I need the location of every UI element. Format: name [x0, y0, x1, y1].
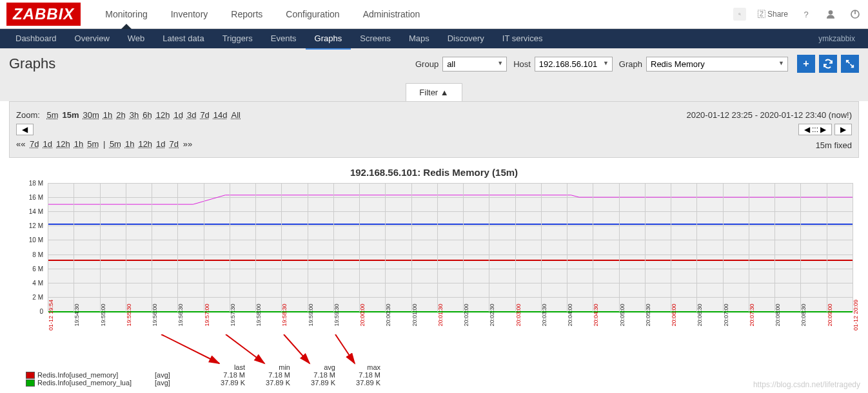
quick-back-1d[interactable]: 1d [43, 139, 52, 149]
top-nav-inventory[interactable]: Inventory [159, 0, 220, 28]
y-tick: 12 M [29, 222, 43, 229]
page-title: Graphs [9, 55, 415, 72]
y-tick: 0 [39, 308, 43, 315]
x-tick: 19:59:00 [308, 303, 314, 326]
zoom-7d[interactable]: 7d [200, 110, 209, 120]
sub-nav-it-services[interactable]: IT services [493, 28, 552, 50]
chart-title: 192.168.56.101: Redis Memory (15m) [9, 167, 859, 178]
quick-fwd-anchor: »» [183, 139, 192, 149]
host-select[interactable]: 192.168.56.101 [535, 57, 613, 72]
sub-nav-discovery[interactable]: Discovery [439, 28, 493, 50]
legend-col-min: min [245, 363, 290, 371]
x-tick: 20:02:30 [489, 303, 495, 326]
top-nav-reports[interactable]: Reports [219, 0, 274, 28]
page-header: Graphs Group all Host 192.168.56.101 Gra… [0, 48, 868, 79]
quick-back-12h[interactable]: 12h [56, 139, 70, 149]
sub-nav-web[interactable]: Web [119, 28, 154, 50]
top-bar: ZABBIX MonitoringInventoryReportsConfigu… [0, 0, 868, 29]
x-tick: 19:58:30 [281, 303, 288, 326]
user-icon[interactable] [824, 8, 837, 21]
group-label: Group [415, 59, 439, 69]
sub-nav-overview[interactable]: Overview [66, 28, 119, 50]
scroll-dots-button[interactable]: ◀ ::: ▶ [798, 124, 833, 135]
x-tick: 20:03:00 [515, 303, 522, 326]
zoom-3d[interactable]: 3d [187, 110, 196, 120]
x-tick: 20:06:30 [696, 303, 703, 326]
quick-back-1h[interactable]: 1h [74, 139, 83, 149]
sub-nav-screens[interactable]: Screens [351, 28, 400, 50]
scroll-right-button[interactable]: ▶ [834, 124, 852, 135]
sub-nav-graphs[interactable]: Graphs [306, 28, 351, 50]
graph-label: Graph [619, 59, 642, 69]
zoom-14d[interactable]: 14d [213, 110, 228, 120]
x-tick: 19:59:30 [333, 303, 340, 326]
quick-back-7d[interactable]: 7d [30, 139, 39, 149]
x-tick: 20:09:00 [827, 303, 833, 326]
help-icon[interactable]: ? [800, 8, 813, 21]
zoom-2h[interactable]: 2h [116, 110, 125, 120]
x-tick: 20:04:30 [593, 303, 599, 326]
y-tick: 16 M [29, 194, 43, 201]
x-tick: 19:57:30 [230, 303, 236, 326]
filter-toggle[interactable]: Filter ▲ [406, 83, 462, 101]
zoom-All[interactable]: All [232, 110, 241, 120]
y-tick: 2 M [32, 293, 43, 300]
sub-nav-events[interactable]: Events [262, 28, 306, 50]
svg-point-2 [829, 10, 833, 15]
fullscreen-button[interactable] [841, 55, 859, 73]
x-tick: 20:08:30 [800, 303, 807, 326]
username-label: ymkzabbix [818, 34, 862, 43]
top-nav: MonitoringInventoryReportsConfigurationA… [94, 0, 733, 28]
search-icon[interactable] [733, 8, 746, 21]
x-tick: 19:55:30 [126, 303, 132, 326]
y-tick: 18 M [29, 180, 43, 187]
zoom-3h[interactable]: 3h [130, 110, 139, 120]
x-tick: 20:07:00 [723, 303, 729, 326]
quick-back-5m[interactable]: 5m [87, 139, 99, 149]
x-tick: 20:07:30 [749, 303, 755, 326]
refresh-button[interactable] [819, 55, 837, 73]
quick-fwd-12h[interactable]: 12h [138, 139, 152, 149]
x-tick: 20:06:00 [671, 303, 677, 326]
quick-fwd-5m[interactable]: 5m [110, 139, 121, 149]
watermark: https://blog.csdn.net/lifetragedy [753, 380, 860, 389]
group-select[interactable]: all [442, 57, 507, 72]
top-nav-administration[interactable]: Administration [351, 0, 432, 28]
chart-legend: last min avg max Redis.Info[used_memory]… [26, 363, 859, 387]
quick-fwd-7d[interactable]: 7d [170, 139, 179, 149]
quick-fwd-1h[interactable]: 1h [125, 139, 134, 149]
y-tick: 8 M [32, 251, 43, 258]
zoom-15m[interactable]: 15m [63, 110, 79, 120]
top-nav-monitoring[interactable]: Monitoring [94, 0, 159, 28]
x-tick: 01-12 20:09 [853, 300, 859, 331]
graph-select[interactable]: Redis Memory [646, 57, 788, 72]
zoom-12h[interactable]: 12h [156, 110, 170, 120]
display-mode: 15m fixed [816, 140, 852, 150]
sub-nav-maps[interactable]: Maps [400, 28, 439, 50]
zoom-1d[interactable]: 1d [173, 110, 182, 120]
x-tick: 20:01:00 [411, 303, 418, 326]
sub-nav-triggers[interactable]: Triggers [213, 28, 262, 50]
x-tick: 20:02:00 [463, 303, 469, 326]
zoom-label: Zoom: [16, 110, 40, 120]
zoom-6h[interactable]: 6h [143, 110, 152, 120]
x-tick: 20:04:00 [567, 303, 573, 326]
top-nav-configuration[interactable]: Configuration [274, 0, 351, 28]
zoom-1h[interactable]: 1h [103, 110, 112, 120]
zoom-5m[interactable]: 5m [46, 110, 58, 120]
sub-nav: DashboardOverviewWebLatest dataTriggersE… [0, 29, 868, 48]
share-link[interactable]: 🇿 Share [758, 10, 788, 19]
quick-fwd-1d[interactable]: 1d [156, 139, 165, 149]
zoom-30m[interactable]: 30m [83, 110, 99, 120]
logout-icon[interactable] [849, 8, 862, 21]
add-button[interactable]: + [797, 55, 815, 73]
x-tick: 20:05:00 [619, 303, 626, 326]
x-tick: 20:00:00 [359, 303, 366, 326]
logo: ZABBIX [6, 3, 81, 26]
sub-nav-dashboard[interactable]: Dashboard [6, 28, 66, 50]
svg-line-1 [740, 15, 740, 15]
x-tick: 19:56:30 [177, 303, 184, 326]
scroll-left-button[interactable]: ◀ [16, 124, 34, 135]
x-tick: 19:56:00 [152, 303, 158, 326]
sub-nav-latest-data[interactable]: Latest data [153, 28, 213, 50]
